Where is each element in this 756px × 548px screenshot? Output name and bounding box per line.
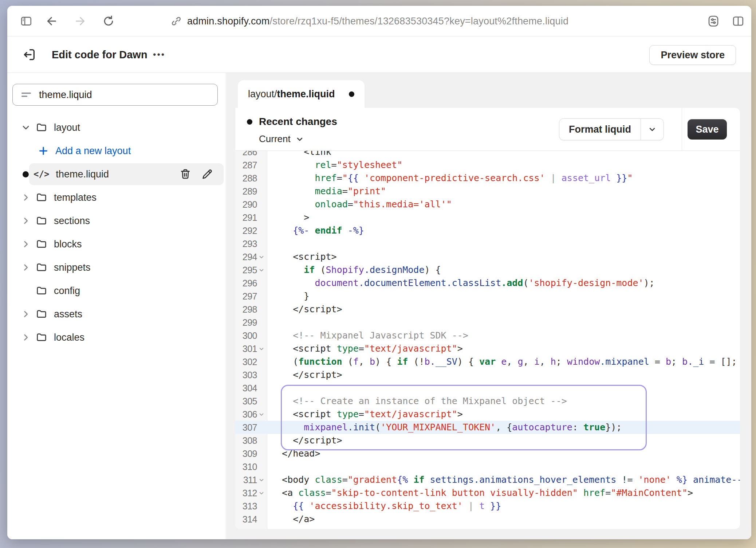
code-line-294[interactable]: 294 <script> [235, 250, 740, 263]
line-number: 311 [235, 473, 267, 486]
line-number: 293 [235, 237, 267, 250]
current-file-dot [23, 171, 29, 177]
link-icon [170, 15, 182, 27]
code-line-308[interactable]: 308 </script> [235, 434, 740, 447]
chevron-right-icon[interactable] [20, 216, 31, 226]
code-line-306[interactable]: 306 <script type="text/javascript"> [235, 408, 740, 421]
save-button[interactable]: Save [688, 119, 727, 140]
code-line-312[interactable]: 312 <a class="skip-to-content-link butto… [235, 486, 740, 500]
browser-split-view-icon[interactable] [730, 13, 746, 29]
code-line-296[interactable]: 296 document.documentElement.classList.a… [235, 277, 740, 290]
sidebar-item-label: sections [54, 215, 90, 227]
code-editor[interactable]: 286 <link287 rel="stylesheet"288 href="{… [235, 151, 740, 529]
line-number: 304 [235, 381, 267, 395]
sidebar-item-label: config [54, 285, 80, 297]
fold-toggle-icon[interactable] [259, 411, 264, 418]
code-text: <script> [267, 250, 740, 263]
version-dropdown[interactable]: Current [259, 133, 304, 145]
delete-file-icon[interactable] [179, 168, 192, 180]
line-number: 312 [235, 486, 267, 500]
code-line-291[interactable]: 291 > [235, 211, 740, 224]
exit-code-editor-button[interactable] [20, 46, 38, 63]
sidebar-item-sections[interactable]: sections [7, 209, 226, 232]
browser-reload-icon[interactable] [101, 13, 117, 29]
tab-theme-liquid[interactable]: layout/theme.liquid [238, 80, 365, 108]
code-line-305[interactable]: 305 <!-- Create an instance of the Mixpa… [235, 395, 740, 408]
chevron-right-icon[interactable] [20, 263, 31, 272]
line-number: 299 [235, 316, 267, 329]
tab-file-name: theme.liquid [277, 89, 335, 100]
code-text: <script type="text/javascript"> [267, 408, 740, 421]
code-line-292[interactable]: 292 {%- endif -%} [235, 224, 740, 237]
line-number: 302 [235, 355, 267, 368]
unsaved-changes-dot [349, 91, 354, 97]
code-line-298[interactable]: 298 </script> [235, 303, 740, 316]
address-bar[interactable]: admin.shopify.com/store/rzq1xu-f5/themes… [187, 16, 568, 27]
recent-changes-heading: Recent changes [247, 116, 337, 128]
code-line-313[interactable]: 313 {{ 'accessibility.skip_to_text' | t … [235, 500, 740, 513]
format-liquid-button[interactable]: Format liquid [559, 119, 641, 140]
code-text: {%- endif -%} [267, 224, 740, 237]
code-line-287[interactable]: 287 rel="stylesheet" [235, 158, 740, 172]
sidebar-item-label: layout [54, 122, 80, 133]
sidebar-item-config[interactable]: config [7, 279, 226, 302]
more-actions-button[interactable]: ••• [153, 36, 165, 73]
browser-extensions-icon[interactable] [705, 13, 721, 29]
chevron-right-icon[interactable] [20, 309, 31, 319]
code-line-307[interactable]: 307 mixpanel.init('YOUR_MIXPANEL_TOKEN',… [235, 421, 740, 434]
code-line-314[interactable]: 314 </a> [235, 513, 740, 526]
code-line-300[interactable]: 300 <!-- Mixpanel Javascript SDK --> [235, 329, 740, 342]
folder-icon [36, 262, 47, 273]
code-text: </script> [267, 303, 740, 316]
filter-icon [20, 89, 32, 101]
fold-toggle-icon[interactable] [259, 346, 264, 352]
file-tree: layoutAdd a new layout</>theme.liquidtem… [7, 116, 226, 349]
code-line-302[interactable]: 302 (function (f, b) { if (!b.__SV) { va… [235, 355, 740, 368]
sidebar-item-assets[interactable]: assets [7, 302, 226, 326]
folder-icon [36, 332, 47, 343]
format-liquid-dropdown[interactable] [641, 119, 664, 140]
browser-sidebar-toggle-icon[interactable] [18, 13, 34, 29]
fold-toggle-icon[interactable] [259, 477, 264, 483]
sidebar-item-locales[interactable]: locales [7, 326, 226, 349]
code-line-304[interactable]: 304 [235, 381, 740, 395]
code-line-301[interactable]: 301 <script type="text/javascript"> [235, 342, 740, 355]
code-line-297[interactable]: 297 } [235, 290, 740, 303]
code-line-286[interactable]: 286 <link [235, 151, 740, 158]
preview-store-button[interactable]: Preview store [649, 45, 736, 65]
file-search-input[interactable]: theme.liquid [12, 84, 218, 106]
code-line-295[interactable]: 295 if (Shopify.designMode) { [235, 263, 740, 277]
chevron-right-icon[interactable] [20, 193, 31, 202]
code-line-293[interactable]: 293 [235, 237, 740, 250]
code-line-299[interactable]: 299 [235, 316, 740, 329]
code-line-288[interactable]: 288 href="{{ 'component-predictive-searc… [235, 172, 740, 185]
fold-toggle-icon[interactable] [259, 267, 264, 273]
chevron-right-icon[interactable] [20, 239, 31, 249]
fold-toggle-icon[interactable] [259, 490, 264, 496]
chevron-right-icon[interactable] [20, 333, 31, 342]
code-text: } [267, 290, 740, 303]
sidebar-item-templates[interactable]: templates [7, 186, 226, 209]
rename-file-icon[interactable] [201, 168, 213, 180]
code-text: media="print" [267, 185, 740, 198]
fold-toggle-icon[interactable] [259, 254, 264, 260]
desktop-background: admin.shopify.com/store/rzq1xu-f5/themes… [0, 0, 756, 548]
line-number: 309 [235, 447, 267, 460]
browser-forward-icon[interactable] [72, 13, 88, 29]
code-line-310[interactable]: 310 [235, 460, 740, 473]
code-text: </script> [267, 434, 740, 447]
sidebar-item-label: locales [54, 332, 84, 343]
sidebar-item-theme.liquid[interactable]: </>theme.liquid [7, 163, 226, 186]
sidebar-item-layout[interactable]: layout [7, 116, 226, 139]
chevron-down-icon[interactable] [20, 123, 31, 132]
line-number: 287 [235, 158, 267, 172]
code-line-309[interactable]: 309 </head> [235, 447, 740, 460]
sidebar-item-snippets[interactable]: snippets [7, 256, 226, 279]
code-line-311[interactable]: 311 <body class="gradient{% if settings.… [235, 473, 740, 486]
browser-back-icon[interactable] [44, 13, 60, 29]
code-line-303[interactable]: 303 </script> [235, 368, 740, 381]
code-line-290[interactable]: 290 onload="this.media='all'" [235, 198, 740, 211]
code-line-289[interactable]: 289 media="print" [235, 185, 740, 198]
sidebar-item-add-a-new-layout[interactable]: Add a new layout [7, 139, 226, 163]
sidebar-item-blocks[interactable]: blocks [7, 232, 226, 256]
